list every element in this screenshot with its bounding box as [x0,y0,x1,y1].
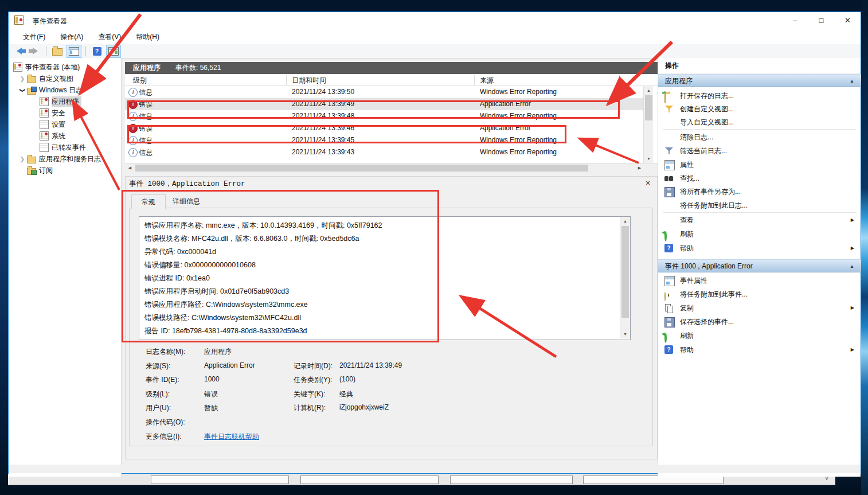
close-button[interactable]: ✕ [835,12,861,29]
action-find[interactable]: 查找... [658,172,861,185]
action-copy-submenu[interactable]: 复制 [658,301,861,315]
event-count: 事件数: 56,521 [175,63,221,73]
save-icon [664,187,675,197]
action-attach-task-to-event[interactable]: 将任务附加到此事件... [658,287,861,301]
back-button[interactable] [12,45,26,57]
field-level-label: 级别(L): [146,389,170,399]
event-viewer-icon [14,15,24,25]
minimize-button[interactable]: – [782,12,808,29]
toolbar [9,44,861,59]
custom-views-icon [27,76,36,83]
action-open-saved-log[interactable]: 打开保存的日志... [658,89,861,103]
log-header-bar: 应用程序 事件数: 56,521 [125,62,658,74]
setup-log-icon [40,120,49,129]
column-datetime[interactable]: 日期和时间 [292,76,326,85]
vscroll-thumb[interactable] [621,226,629,318]
information-icon [128,148,138,157]
title-bar[interactable]: 事件查看器 – □ ✕ [9,12,861,29]
scroll-right-icon[interactable]: ▶ [635,163,644,172]
background-field [583,475,724,484]
field-keywords-value: 经典 [339,389,353,399]
field-event-id-label: 事件 ID(E): [146,375,179,385]
action-filter-current-log[interactable]: 筛选当前日志... [658,144,861,158]
event-log-online-help-link[interactable]: 事件日志联机帮助 [204,432,259,442]
action-refresh[interactable]: 刷新 [658,329,861,342]
event-list-vscrollbar[interactable]: ▲ ▼ [643,86,653,163]
forwarded-events-icon [40,143,49,152]
field-more-info-label: 更多信息(I): [146,432,182,442]
tree-item-custom-views[interactable]: ❯ 自定义视图 [19,73,73,84]
show-action-pane-button[interactable] [106,45,121,58]
event-list: 信息 2021/11/24 13:39:50 Windows Error Rep… [125,86,658,163]
field-user-label: 用户(U): [146,403,171,413]
scroll-down-icon[interactable]: ▼ [644,154,654,163]
hscroll-thumb[interactable] [135,165,588,172]
action-help-submenu[interactable]: 帮助 [658,241,861,255]
action-refresh[interactable]: 刷新 [658,227,861,241]
field-level-value: 错误 [204,389,218,399]
tree-item-forwarded-events[interactable]: 已转发事件 [38,142,86,153]
field-user-value: 暂缺 [204,403,218,413]
action-save-all-events-as[interactable]: 将所有事件另存为... [658,185,861,198]
chevron-collapsed-icon[interactable]: ❯ [19,76,26,82]
separator [663,212,857,213]
console-tree-icon [69,47,79,56]
scroll-up-icon[interactable]: ▲ [644,86,654,95]
scroll-left-icon[interactable]: ◀ [125,163,135,172]
chevron-collapsed-icon[interactable]: ❯ [19,156,26,162]
action-import-custom-view[interactable]: 导入自定义视图... [658,115,861,129]
refresh-icon [664,231,667,241]
menu-view[interactable]: 查看(V) [91,30,128,44]
event-list-hscrollbar[interactable]: ◀ ▶ [125,163,658,172]
tree-item-security[interactable]: 安全 [38,107,65,119]
section-header-event-1000[interactable]: 事件 1000 , Application Error [658,259,861,272]
action-view-submenu[interactable]: 查看 [658,213,861,227]
forward-button[interactable] [28,45,42,57]
action-clear-log[interactable]: 清除日志... [658,130,861,144]
desktop-wallpaper-right [861,0,868,495]
tree-item-apps-services-logs[interactable]: ❯ 应用程序和服务日志 [19,153,101,165]
tree-item-setup[interactable]: 设置 [38,119,65,130]
menu-help[interactable]: 帮助(H) [128,30,167,44]
field-keywords-label: 关键字(K): [294,389,325,399]
tree-item-application[interactable]: 应用程序 [38,96,81,107]
tree-item-subscriptions[interactable]: 订阅 [26,165,53,176]
field-logged-value: 2021/11/24 13:39:49 [339,361,402,369]
column-source[interactable]: 来源 [480,76,494,85]
menu-file[interactable]: 文件(F) [15,30,53,44]
vscroll-thumb[interactable] [645,95,652,120]
action-save-selected-events[interactable]: 保存选择的事件... [658,315,861,329]
tree-item-system[interactable]: 系统 [38,130,65,142]
open-saved-log-button[interactable] [50,45,64,57]
help-button[interactable] [90,45,104,57]
subscriptions-icon [27,168,36,175]
event-row[interactable]: 信息 2021/11/24 13:39:50 Windows Error Rep… [125,86,643,98]
event-row[interactable]: 信息 2021/11/24 13:39:43 Windows Error Rep… [125,146,643,158]
action-attach-task-to-log[interactable]: 将任务附加到此日志... [658,198,861,212]
tree-item-windows-logs[interactable]: ❯ Windows 日志 [19,84,83,96]
chevron-expanded-icon[interactable]: ❯ [19,87,26,93]
action-properties[interactable]: 属性 [658,158,861,172]
show-console-tree-button[interactable] [67,45,81,58]
close-detail-icon[interactable] [643,178,652,188]
scroll-down-icon[interactable]: ▼ [620,330,630,338]
application-log-icon [40,97,49,106]
action-create-custom-view[interactable]: 创建自定义视图... [658,102,861,116]
column-level[interactable]: 级别 [133,76,147,85]
menu-action[interactable]: 操作(A) [53,30,91,44]
section-header-application[interactable]: 应用程序 [658,74,861,87]
action-help-submenu[interactable]: 帮助 [658,343,861,357]
tree-root-event-viewer[interactable]: 事件查看器 (本地) [12,61,80,73]
action-event-properties[interactable]: 事件属性 [658,274,861,287]
maximize-button[interactable]: □ [808,12,834,29]
description-vscrollbar[interactable]: ▲ ▼ [620,217,630,338]
field-task-category-value: (100) [339,375,355,383]
information-icon [128,88,138,97]
actions-title: 操作 [658,58,861,73]
menu-bar: 文件(F) 操作(A) 查看(V) 帮助(H) [9,29,861,44]
refresh-icon [664,333,667,343]
annotation-box-error-row-1 [127,100,620,119]
open-saved-log-icon [664,93,666,103]
scroll-up-icon[interactable]: ▲ [620,217,630,225]
field-computer-label: 计算机(R): [294,403,326,413]
